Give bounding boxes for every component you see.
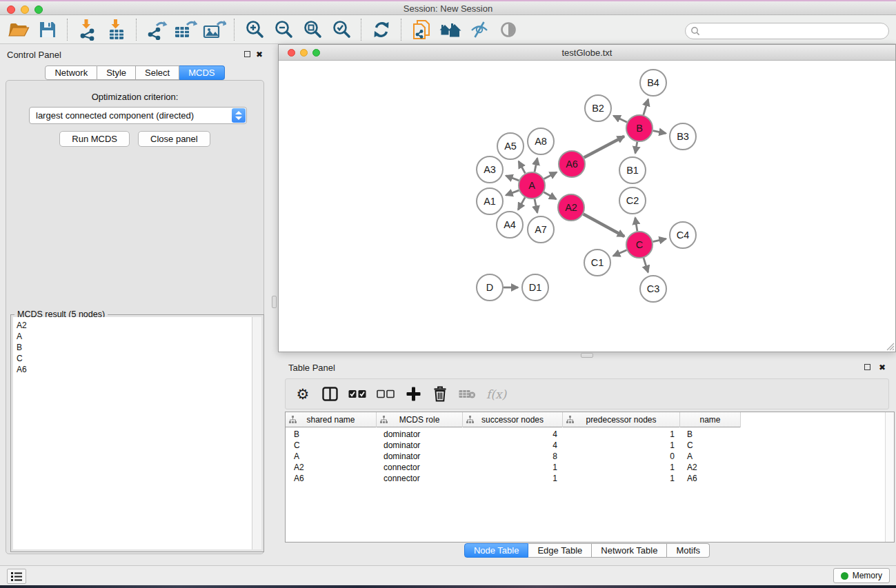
tab-network[interactable]: Network <box>45 65 97 80</box>
mcds-result-item[interactable]: A <box>13 331 252 342</box>
tab-mcds[interactable]: MCDS <box>179 65 224 80</box>
network-window-titlebar[interactable]: testGlobe.txt <box>279 45 895 61</box>
table-row[interactable]: Adominator80A <box>286 451 884 462</box>
tab-motifs[interactable]: Motifs <box>667 543 710 558</box>
graph-node-D[interactable]: D <box>477 274 503 301</box>
column-header-successor-nodes[interactable]: successor nodes <box>463 412 563 427</box>
function-builder-button[interactable]: f(x) <box>486 384 506 405</box>
column-header-name[interactable]: name <box>680 412 741 427</box>
task-history-button[interactable] <box>7 569 26 584</box>
graph-node-C4[interactable]: C4 <box>670 222 696 248</box>
zoom-selected-button[interactable] <box>327 17 356 42</box>
graph-edge-C-C2[interactable] <box>635 218 637 232</box>
graph-node-B[interactable]: B <box>626 115 653 141</box>
tab-edge-table[interactable]: Edge Table <box>528 543 592 558</box>
graph-edge-A-A6[interactable] <box>544 172 557 179</box>
graph-edge-A2-C[interactable] <box>584 214 625 236</box>
graph-edge-B-B4[interactable] <box>644 99 648 115</box>
graph-node-A2[interactable]: A2 <box>558 194 584 221</box>
tab-select[interactable]: Select <box>136 65 179 80</box>
graph-node-A6[interactable]: A6 <box>559 151 585 177</box>
export-table-button[interactable] <box>171 17 200 42</box>
graph-node-A[interactable]: A <box>519 172 545 199</box>
graph-edge-C-C1[interactable] <box>613 250 627 256</box>
import-network-button[interactable] <box>73 17 102 42</box>
column-header-predecessor-nodes[interactable]: predecessor nodes <box>563 412 680 427</box>
panel-divider-handle[interactable] <box>272 296 277 308</box>
control-panel-close-button[interactable]: ✖ <box>256 50 263 59</box>
table-row[interactable]: A2connector11A2 <box>286 462 884 473</box>
tab-node-table[interactable]: Node Table <box>464 543 529 558</box>
graph-node-C[interactable]: C <box>626 232 653 258</box>
horizontal-divider-handle[interactable] <box>581 353 593 358</box>
mcds-result-item[interactable]: B <box>13 342 252 353</box>
eye-button[interactable] <box>494 17 523 42</box>
graph-edge-A6-B[interactable] <box>584 136 624 158</box>
table-row[interactable]: Cdominator41C <box>286 440 884 451</box>
graph-edge-B-B3[interactable] <box>653 131 666 134</box>
run-mcds-button[interactable]: Run MCDS <box>59 131 130 147</box>
save-session-button[interactable] <box>33 17 62 42</box>
resize-grip-icon[interactable] <box>885 341 895 351</box>
import-table-button[interactable] <box>102 17 131 42</box>
column-header-shared-name[interactable]: shared name <box>286 412 377 427</box>
graph-node-A1[interactable]: A1 <box>477 188 503 214</box>
graph-edge-A-A1[interactable] <box>506 190 519 195</box>
memory-button[interactable]: Memory <box>833 568 890 583</box>
mcds-result-item[interactable]: C <box>13 353 252 364</box>
export-network-button[interactable] <box>142 17 171 42</box>
graph-edge-C-C4[interactable] <box>653 239 666 241</box>
delete-table-button[interactable] <box>459 384 476 405</box>
graph-node-B4[interactable]: B4 <box>640 70 666 96</box>
mcds-result-list[interactable]: A2ABCA6 <box>13 317 261 549</box>
graph-node-C2[interactable]: C2 <box>619 187 646 214</box>
graph-node-A8[interactable]: A8 <box>528 128 554 154</box>
zoom-fit-button[interactable] <box>298 17 327 42</box>
graph-node-C1[interactable]: C1 <box>584 250 610 276</box>
graph-edge-A-A3[interactable] <box>506 176 519 181</box>
graph-node-A4[interactable]: A4 <box>497 212 523 238</box>
graph-edge-C-C3[interactable] <box>644 258 648 272</box>
deselect-all-button[interactable] <box>377 384 395 405</box>
zoom-out-button[interactable] <box>269 17 298 42</box>
split-columns-button[interactable] <box>321 384 338 405</box>
graph-node-A7[interactable]: A7 <box>528 216 554 243</box>
graph-node-A3[interactable]: A3 <box>477 156 503 183</box>
graph-edge-B-B1[interactable] <box>635 142 637 154</box>
open-session-button[interactable] <box>4 17 33 42</box>
criterion-dropdown[interactable]: largest connected component (directed) <box>29 107 247 124</box>
tab-network-table[interactable]: Network Table <box>592 543 667 558</box>
graph-node-B2[interactable]: B2 <box>585 95 611 121</box>
table-scrollbar[interactable] <box>885 412 894 542</box>
graph-edge-A-A5[interactable] <box>519 161 526 173</box>
graph-node-D1[interactable]: D1 <box>522 274 548 301</box>
graph-edge-B-B2[interactable] <box>614 116 628 122</box>
graph-node-C3[interactable]: C3 <box>640 276 666 302</box>
mcds-result-item[interactable]: A2 <box>13 320 252 331</box>
table-panel-close-button[interactable]: ✖ <box>879 363 886 372</box>
graph-edge-A-A8[interactable] <box>535 159 537 172</box>
mcds-result-item[interactable]: A6 <box>13 364 252 375</box>
graph-node-B1[interactable]: B1 <box>619 157 646 183</box>
zoom-in-button[interactable] <box>240 17 269 42</box>
table-row[interactable]: Bdominator41B <box>286 429 884 440</box>
homes-button[interactable] <box>436 17 465 42</box>
table-row[interactable]: A6connector11A6 <box>286 473 884 484</box>
graph-edge-A-A7[interactable] <box>535 199 537 213</box>
graph-edge-A-A2[interactable] <box>544 192 556 199</box>
column-header-mcds-role[interactable]: MCDS role <box>377 412 463 427</box>
control-panel-float-button[interactable] <box>244 51 250 57</box>
graph-node-B3[interactable]: B3 <box>670 123 696 150</box>
select-all-button[interactable] <box>348 384 366 405</box>
graph-edge-A-A4[interactable] <box>518 197 525 210</box>
table-panel-float-button[interactable] <box>864 364 870 370</box>
delete-column-button[interactable] <box>432 384 448 405</box>
duplicate-network-button[interactable] <box>407 17 436 42</box>
search-input[interactable] <box>702 24 884 38</box>
network-canvas[interactable]: B4B2BB3A5A8A6A3B1AA1C2A2A4A7CC4C1C3DD1 <box>279 61 895 352</box>
table-settings-button[interactable]: ⚙ <box>295 384 311 405</box>
refresh-layout-button[interactable] <box>367 17 396 42</box>
close-panel-button[interactable]: Close panel <box>138 131 210 147</box>
graph-node-A5[interactable]: A5 <box>497 133 524 159</box>
hide-detail-button[interactable] <box>465 17 494 42</box>
